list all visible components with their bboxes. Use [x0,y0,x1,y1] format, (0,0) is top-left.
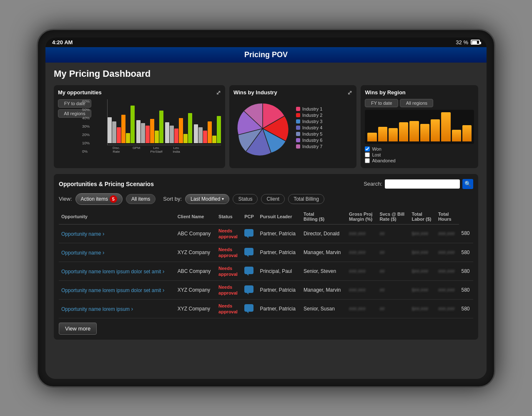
cell-pcp [242,262,257,280]
opportunity-link[interactable]: Opportunity name [61,250,101,256]
cell-pcp [242,243,257,262]
cell-pursuit: Principal, Paul [257,262,301,280]
action-items-btn[interactable]: Action items 5 [75,193,123,205]
bar [141,123,145,143]
search-button[interactable]: 🔍 [462,179,473,189]
region-all-btn[interactable]: All regions [400,99,433,107]
sort-last-modified-btn[interactable]: Last Modified ▾ [185,194,229,204]
labor-value: ###,### [438,306,455,311]
region-fy-btn[interactable]: FY to date [365,99,398,107]
x-label-disc: Disc.Rate [107,146,125,154]
table-row: Opportunity name lorem ipsum › XYZ Compa… [59,299,473,318]
cell-svcs-bill: $##,### [409,280,435,299]
chat-icon[interactable] [244,304,253,312]
legend-dot-2 [296,113,300,117]
region-controls: FY to date All regions [365,99,474,107]
cell-leader: Manager, Marvin [301,280,346,299]
cell-total-labor: ###,### [436,262,459,280]
checkbox-lost: Lost [365,152,474,157]
col-opportunity: Opportunity [59,209,175,224]
table-row: Opportunity name › ABC Company Needsappr… [59,224,473,243]
widget-opportunities: My opportunities ⤢ FY to date All region… [54,85,225,168]
col-pursuit: Pursuit Leader [257,209,301,224]
bar [212,136,216,143]
sort-status-btn[interactable]: Status [233,194,258,204]
col-gross-margin: Gross ProjMargin (%) [346,209,377,224]
billing-value: ###,### [349,250,366,255]
legend-item-4: Industry 4 [296,125,322,130]
data-table: Opportunity Client Name Status PCP Pursu… [59,209,473,318]
sort-total-billing-btn[interactable]: Total Billing [288,194,324,204]
checkbox-abandoned-input[interactable] [365,158,370,163]
main-content: My Pricing Dashboard My opportunities ⤢ … [45,63,487,379]
opportunity-link[interactable]: Opportunity name [61,231,101,237]
status-needs-approval: Needsapproval [218,303,238,314]
view-more-btn[interactable]: View more [59,323,97,335]
arrow-icon: › [131,305,133,312]
section-header: Opportunities & Pricing Scenarios Search… [59,179,473,189]
expand-opportunities-icon[interactable]: ⤢ [216,89,221,96]
opportunity-link[interactable]: Opportunity name lorem ipsum dolor set a… [61,287,161,293]
table-body: Opportunity name › ABC Company Needsappr… [59,224,473,318]
expand-industry-icon[interactable]: ⤢ [347,89,352,96]
cell-billing: ###,### [346,299,377,318]
checkbox-won-input[interactable] [365,146,370,151]
status-needs-approval: Needsapproval [218,266,238,277]
cell-billing: ###,### [346,243,377,262]
legend-item-7: Industry 7 [296,144,322,149]
cell-hours: 580 [459,243,474,262]
search-input[interactable] [385,179,460,189]
cell-client: XYZ Company [175,299,216,318]
bar-chart [107,99,221,145]
cell-opportunity: Opportunity name › [59,224,175,243]
cell-status: Needsapproval [216,299,242,318]
legend-dot-5 [296,132,300,136]
cell-gross-margin: ## [377,262,409,280]
chat-icon[interactable] [244,267,253,274]
bar [217,116,221,143]
checkbox-lost-input[interactable] [365,152,370,157]
cell-svcs-bill: $##,### [409,262,435,280]
cell-client: XYZ Company [175,280,216,299]
chat-icon[interactable] [244,248,253,255]
region-bar [367,133,376,141]
all-items-btn[interactable]: All items [126,194,156,204]
cell-hours: 580 [459,280,474,299]
chart-x-labels: Disc.Rate GPM Lev.Ptr/Staff Lev.India [107,146,221,154]
opportunity-link[interactable]: Opportunity name lorem ipsum dolor set a… [61,269,161,275]
search-area: Search: 🔍 [364,179,473,189]
table-row: Opportunity name › XYZ Company Needsappr… [59,243,473,262]
bar [130,106,135,143]
status-needs-approval: Needsapproval [218,247,238,258]
cell-total-labor: ###,### [436,280,459,299]
opportunity-link[interactable]: Opportunity name lorem ipsum [61,306,130,312]
checkbox-abandoned: Abandoned [365,158,474,163]
chat-icon[interactable] [244,229,253,237]
billing-value: ###,### [349,287,366,292]
legend-dot-4 [296,126,300,130]
status-bar: 4:20 AM 32 % [45,38,487,47]
battery-pct: 32 % [456,39,468,45]
legend-item-6: Industry 6 [296,138,322,143]
status-time: 4:20 AM [52,39,73,45]
cell-billing: ###,### [346,280,377,299]
cell-opportunity: Opportunity name › [59,243,175,262]
sort-client-btn[interactable]: Client [261,194,285,204]
cell-svcs-bill: $##,### [409,224,435,243]
col-billing: TotalBilling ($) [301,209,346,224]
table-header-row: Opportunity Client Name Status PCP Pursu… [59,209,473,224]
widget-opportunities-title: My opportunities ⤢ [58,89,221,96]
battery-icon [471,40,480,45]
margin-value: ## [379,287,384,292]
status-needs-approval: Needsapproval [218,285,238,295]
cell-status: Needsapproval [216,224,242,243]
bar [112,121,116,143]
chat-icon[interactable] [244,285,253,293]
col-total-labor: TotalLabor ($) [409,209,435,224]
x-label-lev-india: Lev.India [167,146,186,154]
pie-chart-svg [233,99,292,158]
svcs-value: $##,### [412,287,428,292]
region-bar [399,122,408,141]
labor-value: ###,### [438,287,455,292]
bar [150,119,154,143]
